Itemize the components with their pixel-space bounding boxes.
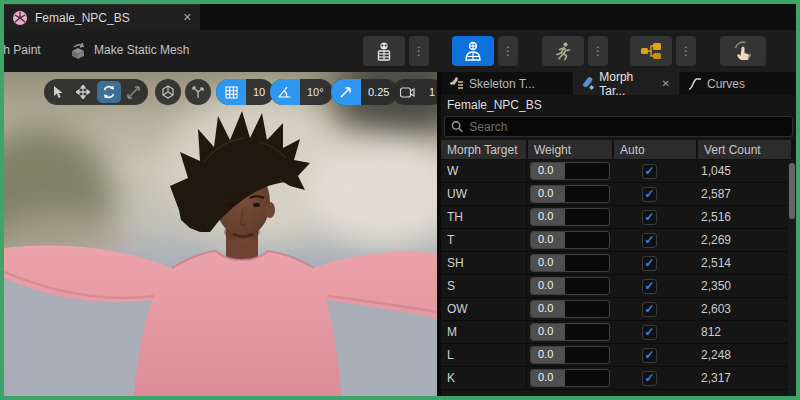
angle-snap-icon	[270, 79, 300, 105]
weight-spinbox[interactable]: 0.0	[530, 346, 610, 364]
auto-checkbox[interactable]: ✓	[642, 256, 657, 271]
table-row[interactable]: K0.0✓2,317	[441, 367, 788, 390]
scrollbar-thumb[interactable]	[789, 163, 795, 219]
animation-blueprint-mode-button[interactable]	[630, 36, 672, 66]
vert-count: 2,317	[695, 371, 787, 385]
vert-count: 2,587	[695, 187, 787, 201]
auto-checkbox[interactable]: ✓	[642, 371, 657, 386]
morph-target-name: UW	[441, 183, 527, 206]
morph-target-name: T	[441, 229, 527, 252]
rotation-snap-toggle[interactable]: 10°	[270, 79, 333, 105]
table-row[interactable]: M0.0✓812	[441, 321, 788, 344]
morph-target-name: SH	[441, 252, 527, 275]
move-icon	[76, 85, 90, 99]
table-row[interactable]: S0.0✓2,350	[441, 275, 788, 298]
vert-count: 2,516	[695, 210, 787, 224]
weight-spinbox[interactable]: 0.0	[530, 300, 610, 318]
weight-spinbox[interactable]: 0.0	[530, 254, 610, 272]
morph-table-rows: W0.0✓1,045UW0.0✓2,587TH0.0✓2,516T0.0✓2,2…	[441, 160, 788, 396]
coordinate-space-button[interactable]	[155, 79, 181, 105]
weight-spinbox[interactable]: 0.0	[530, 185, 610, 203]
make-static-mesh-button[interactable]: Make Static Mesh	[94, 43, 189, 57]
vert-count: 2,603	[695, 302, 787, 316]
animation-blueprint-options-button[interactable]: ⋮	[676, 36, 696, 66]
tab-close-icon[interactable]: ✕	[662, 78, 670, 89]
weight-spinbox[interactable]: 0.0	[530, 231, 610, 249]
column-header-auto[interactable]: Auto	[614, 140, 696, 159]
select-tool-button[interactable]	[46, 81, 70, 103]
column-header-vert-count[interactable]: Vert Count	[698, 140, 791, 159]
mesh-mode-button[interactable]	[452, 36, 494, 66]
skeleton-icon	[375, 41, 393, 61]
auto-checkbox[interactable]: ✓	[642, 210, 657, 225]
tab-close-icon[interactable]: ✕	[183, 11, 192, 24]
character-sweater	[4, 245, 437, 396]
auto-checkbox[interactable]: ✓	[642, 279, 657, 294]
morph-target-name: L	[441, 344, 527, 367]
morph-target-name: M	[441, 321, 527, 344]
grid-snap-icon	[216, 79, 246, 105]
tab-skeleton-tree[interactable]: Skeleton T...	[441, 72, 573, 95]
table-row[interactable]: SH0.0✓2,514	[441, 252, 788, 275]
search-input[interactable]	[469, 120, 786, 134]
weight-spinbox[interactable]: 0.0	[530, 369, 610, 387]
vert-count: 2,269	[695, 233, 787, 247]
weight-spinbox[interactable]: 0.0	[530, 277, 610, 295]
tab-label: Curves	[707, 77, 745, 91]
tab-curves[interactable]: Curves	[679, 72, 764, 95]
grid-snap-toggle[interactable]: 10	[216, 79, 274, 105]
rotation-snap-value[interactable]: 10°	[300, 86, 333, 98]
table-row[interactable]: T0.0✓2,269	[441, 229, 788, 252]
physics-mode-button[interactable]	[720, 36, 766, 66]
vert-count: 2,350	[695, 279, 787, 293]
scale-snap-toggle[interactable]: 0.25	[331, 79, 398, 105]
main-toolbar: th Paint Make Static Mesh ⋮	[4, 30, 796, 72]
camera-speed-value[interactable]: 1	[422, 86, 437, 98]
translate-tool-button[interactable]	[71, 81, 95, 103]
weight-spinbox[interactable]: 0.0	[530, 162, 610, 180]
search-box[interactable]	[444, 116, 793, 137]
socket-snap-icon	[191, 85, 205, 99]
scale-icon	[127, 86, 140, 99]
running-person-icon	[553, 41, 573, 61]
morph-target-name: TH	[441, 206, 527, 229]
auto-checkbox[interactable]: ✓	[642, 233, 657, 248]
rotate-icon	[102, 85, 116, 99]
camera-speed-control[interactable]: 1	[392, 79, 437, 105]
table-row[interactable]: UW0.0✓2,587	[441, 183, 788, 206]
column-header-weight[interactable]: Weight	[528, 140, 612, 159]
table-scrollbar[interactable]	[788, 160, 796, 396]
viewport-3d[interactable]: 10 10° 0.25	[4, 72, 437, 396]
table-row[interactable]: L0.0✓2,248	[441, 344, 788, 367]
auto-checkbox[interactable]: ✓	[642, 348, 657, 363]
scale-tool-button[interactable]	[122, 81, 146, 103]
skeleton-mode-button[interactable]	[363, 36, 405, 66]
auto-checkbox[interactable]: ✓	[642, 325, 657, 340]
snap-to-socket-button[interactable]	[185, 79, 211, 105]
skeleton-mode-options-button[interactable]: ⋮	[409, 36, 429, 66]
auto-checkbox[interactable]: ✓	[642, 187, 657, 202]
column-header-morph-target[interactable]: Morph Target	[441, 140, 526, 159]
auto-checkbox[interactable]: ✓	[642, 302, 657, 317]
cloth-paint-button[interactable]: th Paint	[4, 43, 41, 57]
asset-name-label: Female_NPC_BS	[441, 95, 796, 115]
animation-mode-options-button[interactable]: ⋮	[588, 36, 608, 66]
auto-checkbox[interactable]: ✓	[642, 164, 657, 179]
table-row[interactable]: OW0.0✓2,603	[441, 298, 788, 321]
table-row[interactable]: TH0.0✓2,516	[441, 206, 788, 229]
vert-count: 2,248	[695, 348, 787, 362]
static-mesh-cube-icon	[68, 43, 88, 61]
document-tab[interactable]: Female_NPC_BS ✕	[4, 4, 200, 30]
tab-morph-target[interactable]: Morph Tar... ✕	[573, 72, 679, 95]
vert-count: 812	[695, 325, 787, 339]
world-gizmo-icon	[161, 85, 175, 99]
weight-spinbox[interactable]: 0.0	[530, 323, 610, 341]
blueprint-nodes-icon	[640, 42, 662, 60]
viewport-toolbar: 10 10° 0.25	[4, 79, 437, 107]
table-row[interactable]: W0.0✓1,045	[441, 160, 788, 183]
rotate-tool-button[interactable]	[97, 81, 121, 103]
morph-target-name: W	[441, 160, 527, 183]
animation-mode-button[interactable]	[542, 36, 584, 66]
weight-spinbox[interactable]: 0.0	[530, 208, 610, 226]
mesh-mode-options-button[interactable]: ⋮	[498, 36, 518, 66]
